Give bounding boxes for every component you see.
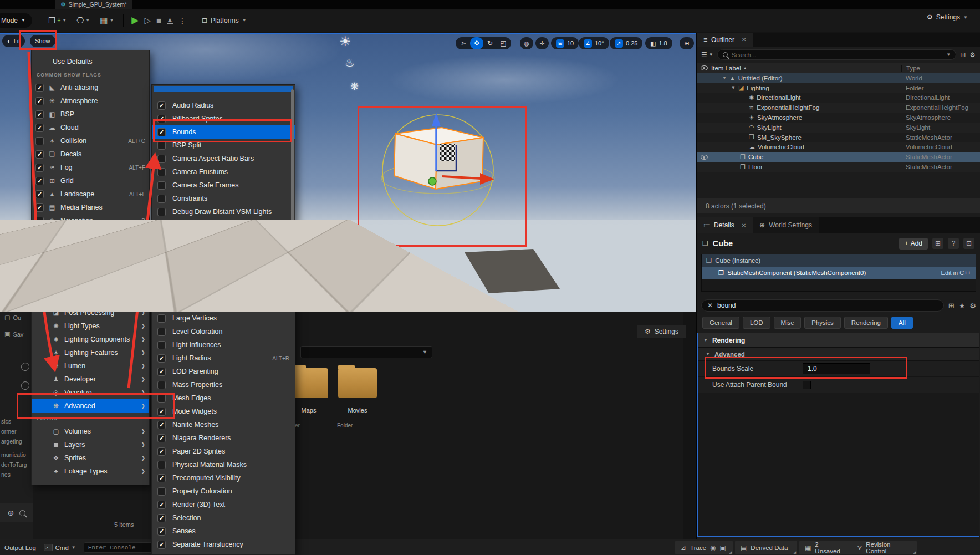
select-tool-icon[interactable]: ➣ <box>457 37 470 49</box>
checkbox[interactable] <box>35 283 44 292</box>
visibility-eye-icon[interactable] <box>701 155 708 160</box>
outliner-row[interactable]: ▼ ◪ Lighting Folder <box>697 83 980 93</box>
checkbox[interactable] <box>157 195 166 203</box>
checkbox[interactable] <box>35 150 44 159</box>
search-icon[interactable] <box>19 510 25 516</box>
display-grid-icon[interactable]: ⊞ <box>948 302 955 310</box>
advanced-subcategory-header[interactable]: ▼ Advanced <box>698 348 979 361</box>
checkbox[interactable] <box>157 248 166 256</box>
advanced-flag-item[interactable]: Separate Translucency <box>152 538 295 551</box>
advanced-flag-item[interactable]: Paper 2D Sprites <box>152 445 295 458</box>
show-flags-button[interactable]: Show <box>30 35 55 47</box>
checkbox[interactable] <box>35 177 44 185</box>
advanced-flag-item[interactable]: Force Feedback Radius <box>152 245 295 258</box>
folder-movies[interactable] <box>338 368 377 398</box>
checkbox[interactable] <box>157 474 166 482</box>
show-flag-category-item[interactable]: ≣ Layers ❯ <box>32 438 149 451</box>
platforms-button[interactable]: ⊟ Platforms ▼ <box>198 14 251 27</box>
rotate-tool-icon[interactable]: ↻ <box>483 37 497 49</box>
details-filter-chip[interactable]: All <box>891 317 913 329</box>
advanced-flag-item[interactable]: Nanite Meshes <box>152 418 295 431</box>
world-local-toggle[interactable]: ◍ <box>520 37 533 49</box>
content-browser-settings-button[interactable]: ⚙ Settings <box>637 325 686 338</box>
view-mode-button[interactable]: ◐ Lit <box>2 35 25 47</box>
visibility-column-icon[interactable] <box>701 65 708 70</box>
checkbox[interactable] <box>157 354 166 363</box>
column-item-label[interactable]: Item Label <box>711 65 741 72</box>
advanced-flag-item[interactable]: Instanced Static Meshes <box>152 298 295 312</box>
outliner-row[interactable]: ▼ ❒ Cube StaticMeshActor <box>697 152 980 162</box>
show-flag-item[interactable]: ⊞ Grid <box>32 174 149 187</box>
advanced-flag-item[interactable]: Foliage <box>152 232 295 245</box>
component-row-staticmesh[interactable]: ❒ StaticMeshComponent (StaticMeshCompone… <box>702 267 976 279</box>
checkbox[interactable] <box>157 274 166 283</box>
show-flag-category-item[interactable]: ✷ Lumen ❯ <box>32 359 149 373</box>
checkbox[interactable] <box>35 217 44 225</box>
directional-light-sprite-icon[interactable]: ☀ <box>339 34 351 49</box>
show-flag-category-item[interactable]: ✸ Lighting Components ❯ <box>32 333 149 346</box>
cinematics-button[interactable]: ▦ ▼ <box>96 13 118 28</box>
checkbox[interactable] <box>157 408 166 416</box>
advanced-flag-item[interactable]: Camera Frustums <box>152 165 295 179</box>
checkbox[interactable] <box>157 235 166 243</box>
maximize-viewport-button[interactable]: ⊞ <box>680 37 694 49</box>
checkbox[interactable] <box>157 461 166 469</box>
advanced-flag-item[interactable]: LOD Parenting <box>152 365 295 378</box>
advanced-flag-item[interactable]: Precomputed Visibility <box>152 471 295 485</box>
left-dock-tab[interactable]: ▣Sav <box>4 330 23 338</box>
advanced-flag-item[interactable]: Selection <box>152 511 295 525</box>
advanced-flag-item[interactable]: Render (3D) Text <box>152 498 295 511</box>
show-flag-item[interactable]: ▲ Landscape ALT+L <box>32 187 149 201</box>
left-dock-tab[interactable]: ▢Ou <box>4 314 21 321</box>
checkbox[interactable] <box>157 261 166 269</box>
details-search-input[interactable] <box>717 302 938 309</box>
details-filter-chip[interactable]: Rendering <box>844 317 888 329</box>
outliner-row[interactable]: ▼ ❒ Floor StaticMeshActor <box>697 162 980 172</box>
show-flag-category-item[interactable]: ❋ Advanced ❯ <box>32 399 149 413</box>
checkbox[interactable] <box>35 110 44 119</box>
show-flag-item[interactable]: ◐ Translucency <box>32 267 149 281</box>
show-flag-item[interactable]: ❏ Decals <box>32 147 149 161</box>
show-flag-category-item[interactable]: ▢ Volumes ❯ <box>32 425 149 438</box>
scale-snap-button[interactable]: ↗ 0.25 <box>610 37 642 49</box>
checkbox[interactable] <box>35 190 44 198</box>
advanced-flag-item[interactable]: BSP Split <box>152 139 295 152</box>
filter-icon[interactable]: ☰▼ <box>701 51 713 59</box>
show-flag-item[interactable]: ❒ Static Meshes <box>32 254 149 267</box>
clear-search-icon[interactable]: ✕ <box>707 302 713 309</box>
details-filter-chip[interactable]: General <box>702 317 739 329</box>
checkbox[interactable] <box>35 124 44 132</box>
advanced-flag-item[interactable]: Audio Radius <box>152 99 295 112</box>
show-flag-item[interactable]: ☁ Cloud <box>32 121 149 134</box>
checkbox[interactable] <box>35 270 44 278</box>
outliner-row[interactable]: ▼ ❒ SM_SkySphere StaticMeshActor <box>697 133 980 142</box>
blueprints-button[interactable]: ⎔ ▼ <box>73 13 94 28</box>
checkbox[interactable] <box>157 447 166 456</box>
show-flag-item[interactable]: ☍ Skeletal Meshes <box>32 241 149 254</box>
new-folder-icon[interactable]: ⊞ <box>960 51 966 59</box>
help-button[interactable]: ? <box>948 238 959 249</box>
advanced-flag-item[interactable]: HISM/Foliage Occlusion Bounds <box>152 285 295 298</box>
checkbox[interactable] <box>157 381 166 389</box>
expand-arrow-icon[interactable]: ▼ <box>722 75 727 80</box>
edit-in-cpp-link[interactable]: Edit in C++ <box>941 269 971 276</box>
advanced-flag-item[interactable]: Niagara Renderers <box>152 431 295 445</box>
tab-details[interactable]: ≔ Details ✕ <box>697 217 753 233</box>
add-icon[interactable]: ⊕ <box>8 508 14 517</box>
advanced-flag-item[interactable]: Light Influences <box>152 338 295 352</box>
skip-button[interactable]: ▷ <box>144 16 151 26</box>
show-flag-item[interactable]: ☀ Atmosphere <box>32 94 149 108</box>
show-flag-category-item[interactable]: ❖ Sprites ❯ <box>32 451 149 465</box>
play-options-kebab-icon[interactable]: ⋮ <box>178 16 186 25</box>
checkbox[interactable] <box>157 421 166 429</box>
outliner-row[interactable]: ▼ ☁ VolumetricCloud VolumetricCloud <box>697 142 980 152</box>
checkbox[interactable] <box>157 141 166 150</box>
advanced-flag-item[interactable]: Physical Material Masks <box>152 458 295 471</box>
outliner-row[interactable]: ▼ ☀ SkyAtmosphere SkyAtmosphere <box>697 113 980 123</box>
content-browser-dropdown[interactable]: ▼ <box>300 346 432 358</box>
outliner-row[interactable]: ▼ ✺ DirectionalLight DirectionalLight <box>697 93 980 103</box>
add-component-button[interactable]: + Add <box>899 238 928 250</box>
checkbox[interactable] <box>157 221 166 230</box>
checkbox[interactable] <box>35 84 44 92</box>
play-button[interactable]: ▶ <box>131 14 139 26</box>
